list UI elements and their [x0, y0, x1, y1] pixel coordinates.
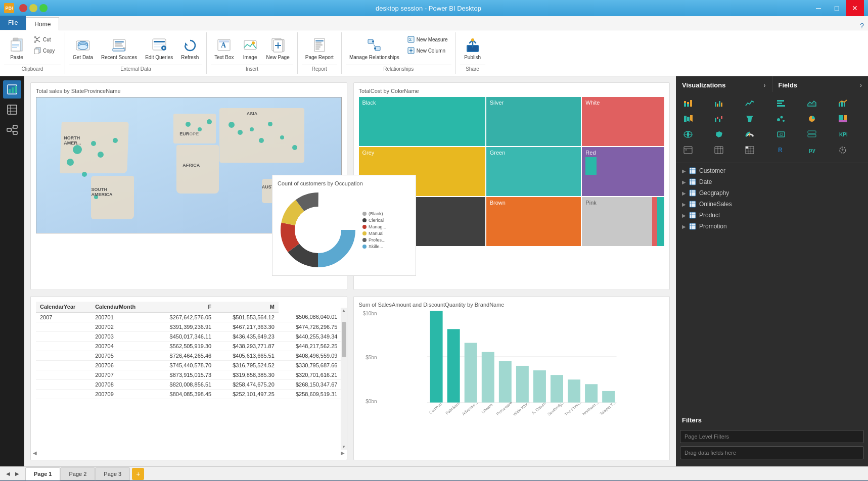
field-onlinesales[interactable]: ▶ OnlineSales: [676, 199, 868, 210]
new-column-button[interactable]: New Column: [404, 45, 451, 56]
paste-button[interactable]: Paste: [4, 34, 29, 63]
quick-access-icon2[interactable]: [29, 4, 37, 12]
scroll-left-btn[interactable]: ◀: [33, 450, 37, 456]
minimize-button[interactable]: ─: [809, 0, 828, 16]
table-cell: 2007: [36, 312, 91, 322]
viz-waterfall[interactable]: [711, 112, 727, 126]
new-measure-button[interactable]: Σ New Measure: [404, 34, 451, 44]
model-view-icon[interactable]: [3, 121, 21, 139]
quick-access-icon3[interactable]: [39, 4, 48, 12]
help-icon[interactable]: ?: [860, 22, 864, 30]
field-product[interactable]: ▶ Product: [676, 210, 868, 221]
field-promotion[interactable]: ▶ Promotion: [676, 221, 868, 232]
viz-custom[interactable]: +: [835, 143, 851, 157]
page-prev-btn[interactable]: ◀: [4, 470, 12, 477]
treemap-subcell-1: [585, 157, 597, 175]
scroll-down-arrow[interactable]: ▼: [341, 444, 347, 450]
tab-home[interactable]: Home: [26, 17, 59, 30]
viz-matrix[interactable]: [742, 143, 758, 157]
legend-profes: Profes...: [362, 237, 386, 243]
edit-queries-button[interactable]: Edit Queries: [142, 34, 176, 63]
bar-6[interactable]: [533, 370, 545, 403]
copy-button[interactable]: Copy: [30, 45, 61, 56]
svg-rect-2: [13, 38, 18, 40]
viz-card[interactable]: 42: [773, 127, 789, 141]
viz-scatter[interactable]: [773, 112, 789, 126]
bar-2[interactable]: [464, 343, 477, 402]
page-tab-1[interactable]: Page 1: [25, 467, 60, 480]
data-table-container: CalendarYear CalendarMonth F M 200720070…: [36, 302, 342, 399]
get-data-button[interactable]: Get Data: [69, 34, 97, 63]
viz-r[interactable]: R: [773, 143, 789, 157]
viz-funnel[interactable]: [742, 112, 758, 126]
publish-button[interactable]: Publish: [460, 34, 485, 63]
share-items: Publish: [460, 32, 485, 65]
onlinesales-table-icon: [689, 201, 696, 208]
viz-multirow[interactable]: [804, 127, 820, 141]
viz-kpi[interactable]: KPI: [835, 127, 851, 141]
data-view-icon[interactable]: [3, 101, 21, 119]
viz-treemap[interactable]: [835, 112, 851, 126]
visualizations-header[interactable]: Visualizations ›: [676, 76, 772, 92]
bar-9[interactable]: [585, 384, 598, 402]
fields-header[interactable]: Fields ›: [772, 76, 869, 92]
viz-bar-stacked[interactable]: [680, 96, 696, 110]
map-dot: [280, 135, 284, 139]
viz-grid-4: ≡ R py +: [680, 143, 864, 157]
map-dot: [250, 127, 254, 131]
viz-python[interactable]: py: [804, 143, 820, 157]
scroll-up-arrow[interactable]: ▲: [341, 308, 347, 314]
page-tab-2[interactable]: Page 2: [60, 467, 95, 480]
quick-access-icon[interactable]: [19, 4, 27, 12]
bar-chart-card[interactable]: Sum of SalesAmount and DiscountQuantity …: [353, 296, 670, 461]
map-dot: [113, 138, 118, 143]
cut-button[interactable]: Cut: [30, 34, 61, 44]
close-button[interactable]: ✕: [846, 0, 864, 16]
field-customer[interactable]: ▶ Customer: [676, 165, 868, 176]
geography-expand-icon: ▶: [682, 190, 686, 196]
report-group: Page Report Report: [298, 32, 342, 74]
manage-relationships-button[interactable]: Manage Relationships: [346, 34, 403, 63]
bar-5[interactable]: [516, 365, 528, 402]
viz-combo[interactable]: [835, 96, 851, 110]
bar-3[interactable]: [481, 352, 494, 402]
page-tab-3[interactable]: Page 3: [95, 467, 130, 480]
field-geography[interactable]: ▶ Geography: [676, 187, 868, 199]
bar-0[interactable]: [430, 311, 442, 403]
data-table-card[interactable]: CalendarYear CalendarMonth F M 200720070…: [30, 296, 347, 461]
scroll-right-btn[interactable]: ▶: [341, 450, 345, 456]
viz-gauge[interactable]: [742, 127, 758, 141]
text-box-button[interactable]: A Text Box: [211, 34, 237, 63]
viz-line[interactable]: [742, 96, 758, 110]
donut-chart[interactable]: Count of customers by Occupation (Blank)…: [272, 175, 416, 276]
viz-filled-map[interactable]: [711, 127, 727, 141]
viz-bar-h[interactable]: [773, 96, 789, 110]
image-button[interactable]: Image: [239, 34, 262, 63]
report-view-icon[interactable]: [3, 80, 21, 99]
viz-bar-cluster[interactable]: [711, 96, 727, 110]
recent-sources-button[interactable]: Recent Sources: [98, 34, 141, 63]
add-page-button[interactable]: +: [132, 468, 144, 480]
bar-8[interactable]: [568, 379, 580, 402]
table-scrollbar[interactable]: ▲ ▼: [341, 308, 347, 450]
maximize-button[interactable]: □: [828, 0, 846, 16]
bar-1[interactable]: [447, 329, 460, 402]
page-report-button[interactable]: Page Report: [302, 34, 337, 63]
viz-pie[interactable]: [804, 112, 820, 126]
viz-slicer[interactable]: ≡: [680, 143, 696, 157]
field-date[interactable]: ▶ Date: [676, 176, 868, 187]
table-cell: $506,086,040.01: [279, 312, 342, 322]
refresh-button[interactable]: Refresh: [177, 34, 202, 63]
recent-sources-label: Recent Sources: [101, 55, 137, 60]
bar-4[interactable]: [498, 361, 511, 402]
viz-ribbon[interactable]: [680, 112, 696, 126]
svg-rect-39: [315, 42, 322, 43]
svg-text:+: +: [841, 147, 844, 153]
viz-map[interactable]: [680, 127, 696, 141]
bar-7[interactable]: [551, 375, 563, 402]
viz-area[interactable]: [804, 96, 820, 110]
viz-table[interactable]: [711, 143, 727, 157]
new-page-button[interactable]: New Page: [263, 34, 293, 63]
tab-file[interactable]: File: [0, 16, 26, 30]
page-next-btn[interactable]: ▶: [13, 470, 21, 477]
